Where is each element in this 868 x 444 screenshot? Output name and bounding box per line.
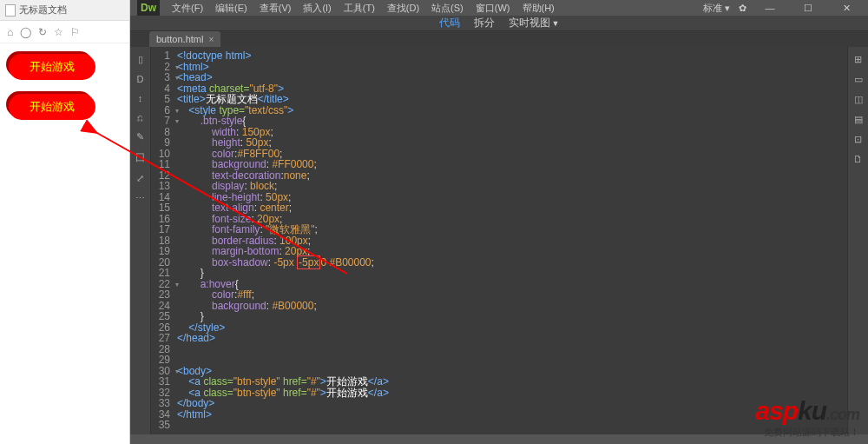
- code-line[interactable]: 26 </style>: [151, 322, 847, 334]
- document-icon: [5, 4, 16, 17]
- menu-tools[interactable]: 工具(T): [339, 2, 380, 15]
- circle-icon[interactable]: ◯: [20, 26, 31, 38]
- viewbar: 代码 拆分 实时视图▼: [130, 16, 868, 31]
- menu-edit[interactable]: 编辑(E): [210, 2, 253, 15]
- panel-icon[interactable]: ▤: [854, 114, 863, 125]
- code-line[interactable]: 24 background: #B00000;: [151, 301, 847, 312]
- chevron-down-icon: ▼: [552, 19, 560, 28]
- home-icon[interactable]: ⌂: [7, 26, 13, 38]
- menu-insert[interactable]: 插入(I): [298, 2, 336, 15]
- tab-button-html[interactable]: button.html ×: [149, 31, 220, 47]
- menu-site[interactable]: 站点(S): [426, 2, 469, 15]
- preview-nav: ⌂ ◯ ↻ ☆ ⚐: [0, 21, 129, 43]
- menu-window[interactable]: 窗口(W): [470, 2, 516, 15]
- dreamweaver-ide: Dw 文件(F) 编辑(E) 查看(V) 插入(I) 工具(T) 查找(D) 站…: [130, 0, 868, 444]
- flag-icon[interactable]: ⚐: [70, 26, 80, 38]
- tab-close-icon[interactable]: ×: [208, 35, 214, 44]
- right-panel-column: ⊞ ▭ ◫ ▤ ⊡ 🗋: [847, 47, 868, 434]
- code-line[interactable]: 1<!doctype html>: [151, 50, 847, 62]
- refresh-icon[interactable]: ↻: [38, 26, 47, 38]
- tab-label: button.html: [156, 34, 203, 44]
- menu-help[interactable]: 帮助(H): [517, 2, 560, 15]
- code-line[interactable]: 20 box-shadow: -5px -5px0 #B00000;: [151, 257, 847, 268]
- dw-logo: Dw: [137, 0, 160, 16]
- code-line[interactable]: 34</html>: [151, 409, 847, 421]
- tool-icon[interactable]: ✎: [136, 131, 144, 142]
- editor-area: ▯ D ↕ ⎌ ✎ 囗 ⤢ ⋯ 1<!doctype html>2▾<html>…: [130, 47, 868, 434]
- left-tool-column: ▯ D ↕ ⎌ ✎ 囗 ⤢ ⋯: [130, 47, 151, 434]
- view-live[interactable]: 实时视图▼: [509, 16, 560, 30]
- code-line[interactable]: 21 }: [151, 268, 847, 279]
- start-game-button-1[interactable]: 开始游戏: [9, 54, 95, 80]
- code-line[interactable]: 22▾ a:hover{: [151, 279, 847, 290]
- menubar: Dw 文件(F) 编辑(E) 查看(V) 插入(I) 工具(T) 查找(D) 站…: [130, 0, 868, 16]
- code-line[interactable]: 28: [151, 344, 847, 355]
- preview-title: 无标题文档: [19, 3, 67, 17]
- tool-icon[interactable]: 囗: [135, 151, 145, 164]
- preview-body: 开始游戏 开始游戏: [0, 43, 129, 144]
- code-line[interactable]: 15 text-align: center;: [151, 202, 847, 214]
- close-icon[interactable]: ✕: [832, 3, 861, 14]
- tool-icon[interactable]: ▯: [138, 54, 143, 65]
- panel-icon[interactable]: ◫: [854, 94, 863, 105]
- tool-icon[interactable]: ⎌: [137, 112, 143, 123]
- code-line[interactable]: 25 }: [151, 311, 847, 322]
- code-line[interactable]: 32 <a class="btn-style" href="#">开始游戏</a…: [151, 388, 847, 399]
- minimize-icon[interactable]: —: [755, 3, 785, 13]
- code-line[interactable]: 2▾<html>: [151, 62, 847, 73]
- menu-find[interactable]: 查找(D): [382, 2, 424, 15]
- menu-file[interactable]: 文件(F): [167, 2, 208, 15]
- panel-icon[interactable]: ⊡: [854, 134, 862, 145]
- code-line[interactable]: 35: [151, 420, 847, 431]
- tool-icon[interactable]: ⋯: [135, 193, 145, 204]
- panel-icon[interactable]: ▭: [854, 74, 863, 85]
- tool-icon[interactable]: ⤢: [136, 173, 144, 184]
- start-game-button-2[interactable]: 开始游戏: [9, 94, 95, 120]
- maximize-icon[interactable]: ☐: [793, 3, 823, 14]
- panel-icon[interactable]: ⊞: [854, 54, 862, 65]
- preview-titlebar: 无标题文档: [0, 0, 129, 21]
- tool-icon[interactable]: ↕: [138, 93, 143, 103]
- code-line[interactable]: 6▾ <style type="text/css">: [151, 105, 847, 116]
- code-line[interactable]: 27</head>: [151, 333, 847, 344]
- star-icon[interactable]: ☆: [54, 26, 63, 38]
- menu-view[interactable]: 查看(V): [254, 2, 297, 15]
- browser-preview: 无标题文档 ⌂ ◯ ↻ ☆ ⚐ 开始游戏 开始游戏: [0, 0, 130, 444]
- tool-icon[interactable]: D: [137, 74, 144, 84]
- view-code[interactable]: 代码: [439, 16, 460, 30]
- statusbar: [130, 434, 868, 445]
- workspace-dropdown[interactable]: 标准 ▾: [703, 2, 730, 15]
- gear-icon[interactable]: ✿: [739, 3, 746, 14]
- panel-icon[interactable]: 🗋: [853, 154, 863, 164]
- code-line[interactable]: 29: [151, 355, 847, 366]
- code-line[interactable]: 33</body>: [151, 398, 847, 409]
- tabbar: button.html ×: [130, 31, 868, 47]
- view-split[interactable]: 拆分: [474, 16, 495, 30]
- code-editor[interactable]: 1<!doctype html>2▾<html>3▾<head>4<meta c…: [151, 47, 847, 434]
